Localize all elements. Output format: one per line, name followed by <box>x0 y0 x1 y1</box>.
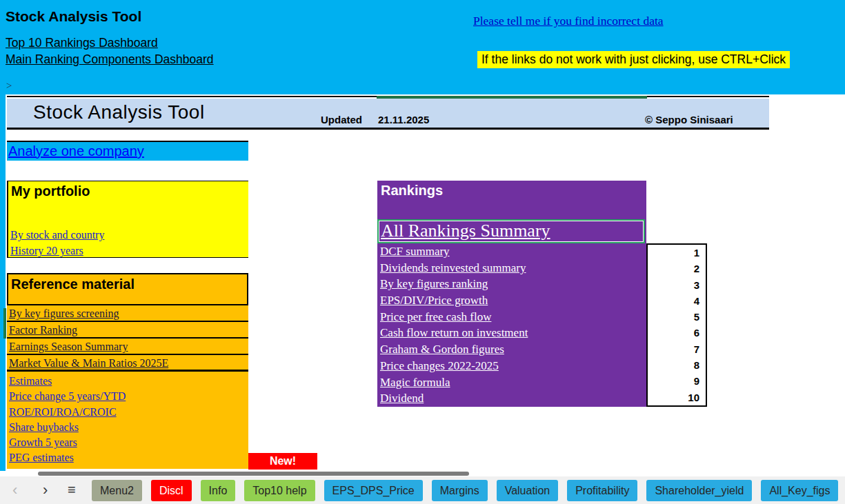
sheet-header: Stock Analysis Tool Updated 21.11.2025 ©… <box>7 96 769 128</box>
reference-material-box: Reference material By key figures screen… <box>7 273 248 469</box>
rank-value: 10 <box>648 390 706 405</box>
link-all-rankings-summary[interactable]: All Rankings Summary <box>379 221 644 241</box>
tab-top10-help[interactable]: Top10 help <box>244 480 315 501</box>
left-strip-green-mark <box>3 308 6 339</box>
my-portfolio-links: By stock and country History 20 years <box>10 227 104 259</box>
tab-margins[interactable]: Margins <box>432 480 488 501</box>
reference-plain-links: Estimates Price change 5 years/YTD ROE/R… <box>7 372 248 466</box>
link-cash-flow-return-on-investment[interactable]: Cash flow return on investment <box>377 325 646 341</box>
rank-value: 1 <box>648 245 706 261</box>
tab-eps-dps-price[interactable]: EPS_DPS_Price <box>324 480 423 501</box>
rankings-number-column: 1 2 3 4 5 6 7 8 9 10 <box>646 243 707 407</box>
reference-material-title: Reference material <box>7 273 248 305</box>
banner-nav: Top 10 Rankings Dashboard Main Ranking C… <box>6 34 214 68</box>
rankings-box: Rankings All Rankings Summary DCF summar… <box>377 181 646 407</box>
sheet-tabs: Menu2 Discl Info Top10 help EPS_DPS_Pric… <box>92 480 845 501</box>
horizontal-scrollbar[interactable] <box>38 472 469 476</box>
rank-value: 3 <box>648 277 706 293</box>
stock-analysis-tool-workbook: Stock Analysis Tool Top 10 Rankings Dash… <box>0 0 845 504</box>
chevron-left-icon[interactable]: ‹ <box>12 479 17 501</box>
tab-menu2[interactable]: Menu2 <box>92 480 142 501</box>
link-dcf-summary[interactable]: DCF summary <box>377 243 646 260</box>
tab-all-key-figs[interactable]: All_Key_figs <box>761 480 838 501</box>
link-by-stock-and-country[interactable]: By stock and country <box>10 227 104 243</box>
chevron-right-icon[interactable]: › <box>43 479 48 501</box>
link-price-change-5-years-ytd[interactable]: Price change 5 years/YTD <box>7 389 248 404</box>
link-estimates[interactable]: Estimates <box>7 374 248 389</box>
link-roe-roi-roa-croic[interactable]: ROE/ROI/ROA/CROIC <box>7 405 248 420</box>
my-portfolio-title: My portfolio <box>8 181 248 201</box>
link-dividends-reinvested-summary[interactable]: Dividends reinvested summary <box>377 260 646 276</box>
rank-value: 5 <box>648 309 706 325</box>
updated-label: Updated <box>321 114 362 125</box>
tab-valuation[interactable]: Valuation <box>497 480 559 501</box>
link-earnings-season-summary[interactable]: Earnings Season Summary <box>7 339 248 355</box>
link-magic-formula[interactable]: Magic formula <box>377 374 646 391</box>
link-factor-ranking[interactable]: Factor Ranking <box>7 322 248 339</box>
updated-date: 21.11.2025 <box>378 114 429 125</box>
top-banner: Stock Analysis Tool Top 10 Rankings Dash… <box>0 0 845 94</box>
rank-value: 2 <box>648 261 706 276</box>
rank-value: 9 <box>648 373 706 389</box>
link-peg-estimates[interactable]: PEG estimates <box>7 450 248 465</box>
sheet-header-bar: Stock Analysis Tool Updated 21.11.2025 ©… <box>7 99 769 130</box>
link-main-ranking-components-dashboard[interactable]: Main Ranking Components Dashboard <box>6 51 214 68</box>
rank-value: 6 <box>648 325 706 341</box>
rank-value: 7 <box>648 341 706 357</box>
tab-shareholder-yield[interactable]: Shareholder_yield <box>646 480 752 501</box>
banner-title: Stock Analysis Tool <box>6 8 141 25</box>
link-dividend[interactable]: Dividend <box>377 390 646 407</box>
ctrl-click-note: If the links do not work with just click… <box>477 51 790 68</box>
cell-prompt-char: > <box>6 80 12 92</box>
my-portfolio-box: My portfolio By stock and country Histor… <box>7 181 248 258</box>
link-eps-div-price-growth[interactable]: EPS/DIV/Price growth <box>377 292 646 309</box>
link-market-value-main-ratios[interactable]: Market Value & Main Ratios 2025E <box>7 355 248 372</box>
link-by-key-figures-ranking[interactable]: By key figures ranking <box>377 276 646 292</box>
link-share-buybacks[interactable]: Share buybacks <box>7 420 248 435</box>
copyright-text: © Seppo Sinisaari <box>645 114 733 125</box>
tab-discl[interactable]: Discl <box>151 480 192 501</box>
reference-ruled-links: By key figures screening Factor Ranking … <box>7 305 248 372</box>
link-by-key-figures-screening[interactable]: By key figures screening <box>7 305 248 322</box>
analyze-one-company-cell: Analyze one company <box>7 141 248 161</box>
new-badge: New! <box>248 453 317 470</box>
sheet-tab-bar: ‹ › ≡ Menu2 Discl Info Top10 help EPS_DP… <box>0 476 845 504</box>
tab-profitability[interactable]: Profitability <box>567 480 637 501</box>
left-accent-strip <box>0 94 6 471</box>
tab-info[interactable]: Info <box>201 480 236 501</box>
link-top10-rankings-dashboard[interactable]: Top 10 Rankings Dashboard <box>6 34 214 51</box>
link-price-per-free-cash-flow[interactable]: Price per free cash flow <box>377 309 646 325</box>
link-price-changes-2022-2025[interactable]: Price changes 2022-2025 <box>377 358 646 374</box>
rankings-title: Rankings <box>377 181 646 201</box>
all-rankings-summary-cell: All Rankings Summary <box>377 219 645 243</box>
link-growth-5-years[interactable]: Growth 5 years <box>7 435 248 450</box>
link-analyze-one-company[interactable]: Analyze one company <box>7 143 144 159</box>
link-graham-gordon-figures[interactable]: Graham & Gordon figures <box>377 341 646 358</box>
link-history-20-years[interactable]: History 20 years <box>10 243 104 259</box>
rank-value: 8 <box>648 357 706 373</box>
sheet-title: Stock Analysis Tool <box>33 101 205 123</box>
rankings-link-list: DCF summary Dividends reinvested summary… <box>377 243 646 407</box>
link-report-incorrect-data[interactable]: Please tell me if you find incorrect dat… <box>473 14 664 28</box>
sheet-list-menu-icon[interactable]: ≡ <box>68 479 76 501</box>
rank-value: 4 <box>648 293 706 309</box>
